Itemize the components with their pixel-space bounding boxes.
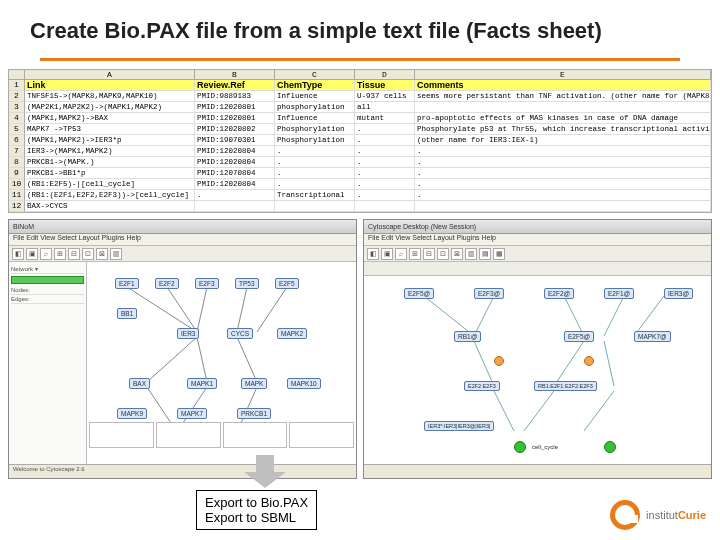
toolbar-button[interactable]: ⊠: [451, 248, 463, 260]
toolbar-button[interactable]: ▥: [110, 248, 122, 260]
toolbar-button[interactable]: ⊟: [68, 248, 80, 260]
cell[interactable]: (RB1:E2F5)-|[cell_cycle]: [25, 179, 195, 190]
cell[interactable]: [355, 201, 415, 212]
row-num[interactable]: 12: [9, 201, 25, 212]
graph-node[interactable]: E2F1@: [604, 288, 634, 299]
cell[interactable]: .: [195, 190, 275, 201]
col-header-a[interactable]: A: [25, 70, 195, 80]
cell[interactable]: ChemType: [275, 80, 355, 91]
row-num[interactable]: 4: [9, 113, 25, 124]
cell[interactable]: PMID:12020804: [195, 179, 275, 190]
cell[interactable]: .: [355, 168, 415, 179]
cell[interactable]: seems more persistant than TNF activatio…: [415, 91, 711, 102]
graph-node[interactable]: MAPK7@: [634, 331, 671, 342]
cell[interactable]: PRKCB1->BB1*p: [25, 168, 195, 179]
cell[interactable]: .: [355, 179, 415, 190]
cell[interactable]: Phosphorylate p53 at Thr55, which increa…: [415, 124, 711, 135]
cell[interactable]: MAPK7 ->TP53: [25, 124, 195, 135]
cell[interactable]: .: [355, 157, 415, 168]
menubar[interactable]: File Edit View Select Layout Plugins Hel…: [9, 234, 356, 246]
cell[interactable]: .: [355, 146, 415, 157]
cell[interactable]: mutant: [355, 113, 415, 124]
cell[interactable]: PMID:12020801: [195, 102, 275, 113]
cell[interactable]: .: [275, 179, 355, 190]
col-header-c[interactable]: C: [275, 70, 355, 80]
cell[interactable]: IER3->(MAPK1,MAPK2): [25, 146, 195, 157]
graph-node[interactable]: E2F2: [155, 278, 179, 289]
window-titlebar[interactable]: BiNoM: [9, 220, 356, 234]
cell[interactable]: Phosphorylation: [275, 135, 355, 146]
toolbar-button[interactable]: ⊠: [96, 248, 108, 260]
toolbar-button[interactable]: ◧: [12, 248, 24, 260]
thumbnail[interactable]: [289, 422, 354, 448]
cell[interactable]: Link: [25, 80, 195, 91]
cell[interactable]: PMID:12020801: [195, 113, 275, 124]
graph-node[interactable]: MAPK: [241, 378, 267, 389]
cell[interactable]: [195, 201, 275, 212]
row-num[interactable]: 6: [9, 135, 25, 146]
toolbar-button[interactable]: ⌕: [40, 248, 52, 260]
graph-node[interactable]: BB1: [117, 308, 137, 319]
cell[interactable]: PRKCB1->(MAPK.): [25, 157, 195, 168]
toolbar-button[interactable]: ⌕: [395, 248, 407, 260]
menubar[interactable]: File Edit View Select Layout Plugins Hel…: [364, 234, 711, 246]
reaction-node[interactable]: [584, 356, 594, 366]
cell[interactable]: .: [415, 179, 711, 190]
cell[interactable]: .: [415, 157, 711, 168]
graph-node[interactable]: E2F3: [195, 278, 219, 289]
reaction-node[interactable]: [494, 356, 504, 366]
graph-node[interactable]: E2F5@: [404, 288, 434, 299]
cell[interactable]: .: [275, 157, 355, 168]
graph-node[interactable]: MAPK10: [287, 378, 321, 389]
terminal-node[interactable]: [604, 441, 616, 453]
cell[interactable]: all: [355, 102, 415, 113]
cell[interactable]: Tissue: [355, 80, 415, 91]
toolbar-button[interactable]: ⊡: [437, 248, 449, 260]
select-all-corner[interactable]: [9, 70, 25, 80]
graph-node[interactable]: MAPK2: [277, 328, 307, 339]
window-titlebar[interactable]: Cytoscape Desktop (New Session): [364, 220, 711, 234]
cell[interactable]: Transcriptional: [275, 190, 355, 201]
graph-node[interactable]: MAPK7: [177, 408, 207, 419]
toolbar-button[interactable]: ▤: [479, 248, 491, 260]
cell[interactable]: [275, 201, 355, 212]
row-num[interactable]: 10: [9, 179, 25, 190]
cell[interactable]: .: [355, 135, 415, 146]
cell[interactable]: .: [355, 190, 415, 201]
row-num[interactable]: 1: [9, 80, 25, 91]
cell[interactable]: PMID:19070301: [195, 135, 275, 146]
thumbnail[interactable]: [156, 422, 221, 448]
graph-canvas-left[interactable]: E2F1 E2F2 E2F3 TP53 E2F5 BB1 IER3 CYCS M…: [87, 262, 356, 464]
terminal-node[interactable]: [514, 441, 526, 453]
toolbar-button[interactable]: ⊡: [82, 248, 94, 260]
cell[interactable]: (other name for IER3:IEX-1): [415, 135, 711, 146]
cell[interactable]: U-937 cells: [355, 91, 415, 102]
cell[interactable]: [415, 102, 711, 113]
graph-node[interactable]: E2F2@: [544, 288, 574, 299]
toolbar-button[interactable]: ⊟: [423, 248, 435, 260]
graph-node[interactable]: IER3@: [664, 288, 693, 299]
toolbar-button[interactable]: ▣: [381, 248, 393, 260]
cell[interactable]: phosphorylation: [275, 102, 355, 113]
cell[interactable]: (MAPK1,MAPK2)->IER3*p: [25, 135, 195, 146]
toolbar-button[interactable]: ▥: [465, 248, 477, 260]
col-header-b[interactable]: B: [195, 70, 275, 80]
row-num[interactable]: 11: [9, 190, 25, 201]
graph-node[interactable]: RB1@: [454, 331, 481, 342]
cell[interactable]: .: [415, 146, 711, 157]
cell[interactable]: .: [275, 146, 355, 157]
cell[interactable]: Phosphorylation: [275, 124, 355, 135]
graph-node[interactable]: PRKCB1: [237, 408, 271, 419]
toolbar-button[interactable]: ⊞: [54, 248, 66, 260]
row-num[interactable]: 3: [9, 102, 25, 113]
graph-node[interactable]: RB1:E2F1:E2F2:E2F3: [534, 381, 597, 391]
cell[interactable]: Influence: [275, 91, 355, 102]
graph-node[interactable]: E2F5: [275, 278, 299, 289]
graph-node[interactable]: MAPK9: [117, 408, 147, 419]
graph-node[interactable]: IER3*:IER3|IER3@|IER3|: [424, 421, 494, 431]
sidebar-tab[interactable]: Network ▾: [11, 264, 84, 274]
cell[interactable]: PMID:9889183: [195, 91, 275, 102]
cell[interactable]: .: [415, 190, 711, 201]
graph-node[interactable]: TP53: [235, 278, 259, 289]
cell[interactable]: (MAPK1,MAPK2)->BAX: [25, 113, 195, 124]
